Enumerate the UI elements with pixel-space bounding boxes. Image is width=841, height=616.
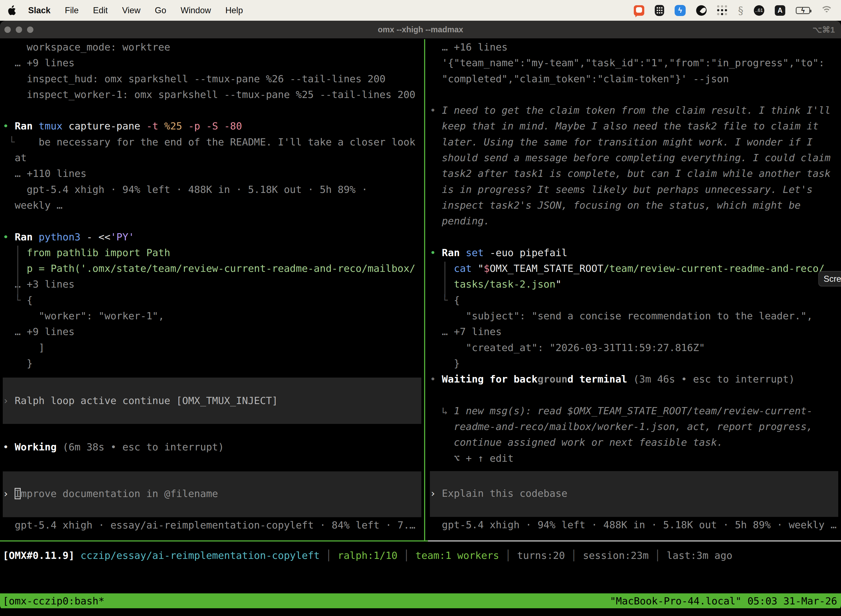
terminal-line: inspect_hud: omx sparkshell --tmux-pane … bbox=[3, 71, 424, 87]
apple-menu-icon[interactable] bbox=[8, 5, 17, 16]
terminal-line: from pathlib import Path bbox=[3, 245, 424, 261]
terminal-line: } bbox=[3, 355, 424, 371]
screen: Slack File Edit View Go Window Help ϟ § … bbox=[0, 0, 841, 616]
terminal-line: • I need to get the claim token from the… bbox=[430, 103, 841, 118]
dots-grid-icon[interactable] bbox=[717, 4, 728, 16]
terminal-line bbox=[430, 87, 841, 103]
menu-item-slack[interactable]: Slack bbox=[28, 6, 50, 15]
omx-status-line: [OMX#0.11.9] cczip/essay/ai-reimplementa… bbox=[0, 547, 841, 563]
terminal-line: should send a message before completing … bbox=[430, 150, 841, 166]
terminal-line: › Ralph loop active continue [OMX_TMUX_I… bbox=[3, 393, 421, 408]
terminal-line: cat "$OMX_TEAM_STATE_ROOT/team/review-cu… bbox=[430, 261, 841, 276]
terminal-line bbox=[430, 387, 841, 403]
ralph-status-box: › Ralph loop active continue [OMX_TMUX_I… bbox=[3, 378, 421, 424]
terminal-line: workspace_mode: worktree bbox=[3, 39, 424, 55]
left-pane-statusline: gpt-5.4 xhigh · essay/ai-reimplementatio… bbox=[3, 517, 424, 533]
terminal-body: workspace_mode: worktree … +9 lines insp… bbox=[0, 38, 841, 540]
terminal-line: at bbox=[3, 150, 424, 166]
terminal-line: "completed","claim_token":"claim-token"}… bbox=[430, 71, 841, 87]
battery-charging-icon[interactable]: ϟ bbox=[796, 4, 810, 16]
menu-bar: Slack File Edit View Go Window Help ϟ § … bbox=[0, 0, 841, 21]
window-title: omx --xhigh --madmax bbox=[0, 25, 841, 34]
terminal-line: … +7 lines bbox=[430, 324, 841, 339]
window-titlebar[interactable]: omx --xhigh --madmax ⌥⌘1 bbox=[0, 21, 841, 38]
terminal-line: p = Path('.omx/state/team/review-current… bbox=[3, 261, 424, 276]
tmux-session-label: [omx-cczip0:bash* bbox=[3, 595, 104, 607]
terminal-line: └ be necessary for the end of the README… bbox=[3, 134, 424, 150]
pane-bottom-border bbox=[0, 540, 841, 541]
terminal-line: gpt-5.4 xhigh · 94% left · 488K in · 5.1… bbox=[430, 517, 841, 532]
terminal-line: • Ran tmux capture-pane -t %25 -p -S -80 bbox=[3, 118, 424, 134]
terminal-line: readme-and-reco/mailbox/worker-1.json, a… bbox=[430, 419, 841, 434]
terminal-line: is in progress? It seems likely but perh… bbox=[430, 182, 841, 197]
terminal-line: later. Using the same for transition mig… bbox=[430, 134, 841, 150]
terminal-line: ↳ 1 new msg(s): read $OMX_TEAM_STATE_ROO… bbox=[430, 403, 841, 419]
indent-guide bbox=[18, 246, 21, 298]
right-pane-output: … +16 lines '{"team_name":"my-team","tas… bbox=[430, 39, 841, 466]
tmux-host-clock: "MacBook-Pro-44.local" 05:03 31-Mar-26 bbox=[610, 595, 837, 607]
pane-divider[interactable] bbox=[424, 39, 425, 540]
terminal-line: keep that in mind. Maybe I also need the… bbox=[430, 118, 841, 134]
right-prompt-input[interactable]: › Explain this codebase bbox=[430, 471, 838, 517]
menu-item-edit[interactable]: Edit bbox=[93, 6, 108, 15]
terminal-line: gpt-5.4 xhigh · 94% left · 488K in · 5.1… bbox=[3, 182, 424, 197]
right-prompt-line: › Explain this codebase bbox=[430, 485, 838, 501]
keypad-shield-icon[interactable] bbox=[655, 4, 664, 16]
terminal-line: '{"team_name":"my-team","task_id":"1","f… bbox=[430, 55, 841, 70]
terminal-line: • Ran set -euo pipefail bbox=[430, 245, 841, 261]
right-pane-statusline: gpt-5.4 xhigh · 94% left · 488K in · 5.1… bbox=[430, 517, 841, 532]
menu-item-file[interactable]: File bbox=[65, 6, 79, 15]
terminal-line: … +9 lines bbox=[3, 324, 424, 339]
slack-badge-icon[interactable] bbox=[634, 4, 644, 16]
terminal-line: › Improve documentation in @filename bbox=[3, 486, 421, 502]
terminal-line: continue assigned work or next feasible … bbox=[430, 434, 841, 450]
terminal-window: omx --xhigh --madmax ⌥⌘1 workspace_mode:… bbox=[0, 21, 841, 610]
terminal-line: "worker": "worker-1", bbox=[3, 308, 424, 324]
wifi-icon[interactable] bbox=[820, 4, 833, 16]
left-pane-output: workspace_mode: worktree … +9 lines insp… bbox=[3, 39, 424, 371]
screen-share-overlay[interactable]: Scre bbox=[818, 271, 841, 286]
terminal-line: tasks/task-2.json" bbox=[430, 276, 841, 292]
terminal-line: "created_at": "2026-03-31T11:59:27.816Z" bbox=[430, 340, 841, 355]
terminal-line: … +3 lines bbox=[3, 276, 424, 292]
terminal-line bbox=[3, 213, 424, 229]
left-prompt-line: › Improve documentation in @filename bbox=[3, 486, 421, 502]
indent-guide bbox=[444, 262, 448, 297]
menu-item-view[interactable]: View bbox=[122, 6, 141, 15]
terminal-line: task2 after task1 is complete, but can I… bbox=[430, 166, 841, 181]
input-source-icon[interactable]: A bbox=[775, 4, 785, 16]
terminal-line: } bbox=[430, 355, 841, 371]
terminal-line bbox=[430, 229, 841, 245]
working-status-line: • Working (6m 38s • esc to interrupt) bbox=[3, 439, 424, 455]
tmux-status-bar: [omx-cczip0:bash* "MacBook-Pro-44.local"… bbox=[0, 593, 841, 608]
menu-item-go[interactable]: Go bbox=[155, 6, 166, 15]
ralph-status-line: › Ralph loop active continue [OMX_TMUX_I… bbox=[3, 393, 421, 408]
menu-item-window[interactable]: Window bbox=[180, 6, 211, 15]
terminal-line: weekly … bbox=[3, 197, 424, 213]
terminal-line: • Waiting for background terminal (3m 46… bbox=[430, 371, 841, 387]
terminal-line: ⌥ + ↑ edit bbox=[430, 450, 841, 466]
terminal-line: … +16 lines bbox=[430, 39, 841, 55]
terminal-line: ] bbox=[3, 340, 424, 355]
terminal-line: • Working (6m 38s • esc to interrupt) bbox=[3, 439, 424, 455]
pie-chart-icon[interactable] bbox=[696, 4, 707, 16]
terminal-line: └ { bbox=[3, 292, 424, 308]
terminal-line: • Ran python3 - <<'PY' bbox=[3, 229, 424, 245]
terminal-line: › Explain this codebase bbox=[430, 485, 838, 501]
squiggle-icon[interactable]: § bbox=[738, 4, 743, 16]
count-badge-icon[interactable]: ..61 bbox=[754, 4, 764, 16]
terminal-right-pane[interactable]: … +16 lines '{"team_name":"my-team","tas… bbox=[427, 39, 841, 532]
bolt-badge-icon[interactable]: ϟ bbox=[675, 4, 686, 16]
terminal-line: … +9 lines bbox=[3, 55, 424, 70]
left-prompt-input[interactable]: › Improve documentation in @filename bbox=[3, 471, 421, 517]
terminal-line: inspect_worker-1: omx sparkshell --tmux-… bbox=[3, 87, 424, 103]
terminal-line bbox=[3, 103, 424, 118]
menu-item-help[interactable]: Help bbox=[226, 6, 243, 15]
terminal-line: gpt-5.4 xhigh · essay/ai-reimplementatio… bbox=[3, 517, 424, 533]
terminal-left-pane[interactable]: workspace_mode: worktree … +9 lines insp… bbox=[0, 39, 424, 533]
terminal-line: … +110 lines bbox=[3, 166, 424, 181]
terminal-line: [OMX#0.11.9] cczip/essay/ai-reimplementa… bbox=[3, 547, 841, 563]
window-shortcut: ⌥⌘1 bbox=[813, 25, 835, 35]
terminal-line: inspect task2's JSON, focusing on the st… bbox=[430, 197, 841, 213]
terminal-line: └ { bbox=[430, 292, 841, 308]
